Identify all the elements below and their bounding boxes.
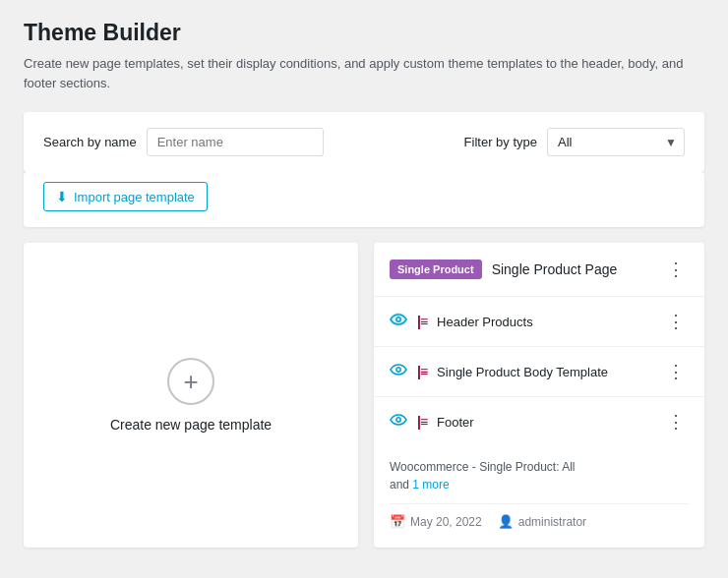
search-input[interactable] — [147, 128, 324, 156]
item-options-button[interactable]: ⋮ — [663, 409, 689, 434]
item-options-button[interactable]: ⋮ — [663, 309, 689, 334]
user-icon: 👤 — [498, 514, 514, 529]
author-meta: 👤 administrator — [498, 514, 586, 529]
template-header: Single Product Single Product Page ⋮ — [374, 243, 704, 297]
page-wrapper: Theme Builder Create new page templates,… — [0, 0, 728, 567]
visibility-icon[interactable] — [390, 363, 407, 380]
svg-point-2 — [396, 368, 400, 372]
filter-type-label: Filter by type — [464, 135, 537, 149]
download-icon: ⬇ — [56, 189, 68, 204]
visibility-icon[interactable] — [390, 413, 407, 431]
template-items: |≡ Header Products ⋮ |≡ Single Product B… — [374, 297, 704, 446]
condition-main: Woocommerce - Single Product: All — [390, 460, 576, 474]
template-item: |≡ Single Product Body Template ⋮ — [374, 347, 704, 397]
import-button-label: Import page template — [74, 190, 195, 204]
search-group: Search by name — [43, 128, 324, 156]
plus-icon: + — [183, 367, 198, 397]
create-template-button[interactable]: + — [167, 358, 214, 405]
search-label: Search by name — [43, 135, 137, 149]
condition-more-link[interactable]: 1 more — [412, 478, 449, 491]
visibility-icon[interactable] — [390, 313, 407, 330]
template-author: administrator — [518, 515, 586, 529]
template-meta: 📅 May 20, 2022 👤 administrator — [390, 503, 689, 529]
template-item: |≡ Footer ⋮ — [374, 397, 704, 446]
template-date: May 20, 2022 — [410, 515, 482, 529]
template-options-button[interactable]: ⋮ — [663, 257, 689, 282]
template-item-name: Single Product Body Template — [437, 365, 653, 379]
condition-more-prefix: and — [390, 478, 412, 491]
item-options-button[interactable]: ⋮ — [663, 359, 689, 384]
filter-select-wrapper: All Header Footer Single Archive ▼ — [547, 128, 685, 156]
calendar-icon: 📅 — [390, 514, 405, 529]
content-area: + Create new page template Single Produc… — [24, 243, 704, 548]
elementor-icon: |≡ — [417, 314, 427, 329]
filter-type-select[interactable]: All Header Footer Single Archive — [547, 128, 685, 156]
template-item-name: Footer — [437, 415, 653, 430]
svg-point-3 — [396, 418, 400, 422]
filter-type-group: Filter by type All Header Footer Single … — [464, 128, 685, 156]
page-title: Theme Builder — [24, 20, 704, 46]
elementor-icon: |≡ — [417, 414, 427, 430]
template-item-name: Header Products — [437, 315, 653, 329]
template-footer: Woocommerce - Single Product: All and 1 … — [374, 446, 704, 539]
template-name: Single Product Page — [492, 261, 653, 277]
elementor-icon: |≡ — [417, 364, 427, 379]
create-template-label: Create new page template — [110, 417, 272, 433]
page-description: Create new page templates, set their dis… — [24, 54, 704, 92]
left-panel: + Create new page template — [24, 243, 358, 548]
right-panel: Single Product Single Product Page ⋮ — [374, 243, 704, 548]
template-item: |≡ Header Products ⋮ — [374, 297, 704, 347]
filter-bar: Search by name Filter by type All Header… — [24, 112, 704, 172]
date-meta: 📅 May 20, 2022 — [390, 514, 482, 529]
condition-text: Woocommerce - Single Product: All and 1 … — [390, 458, 689, 493]
import-page-template-button[interactable]: ⬇ Import page template — [43, 182, 208, 211]
template-badge: Single Product — [390, 260, 482, 279]
